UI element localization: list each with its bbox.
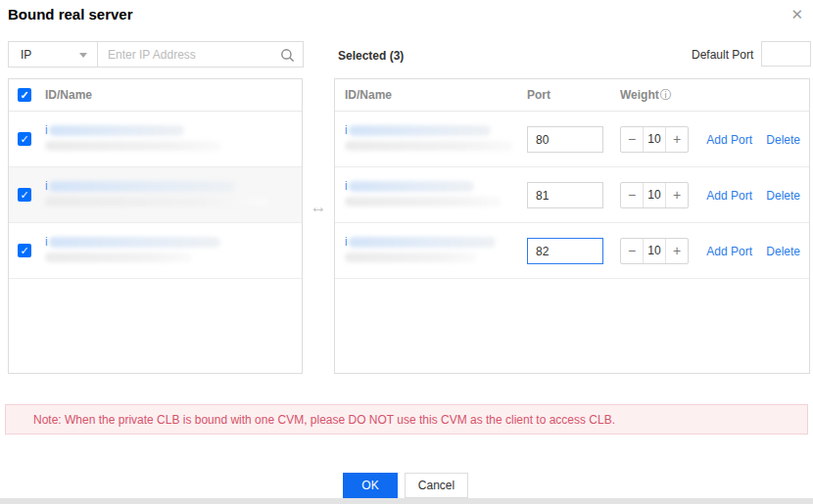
weight-value[interactable]: 10 bbox=[643, 127, 666, 152]
weight-stepper: − 10 + bbox=[620, 238, 689, 264]
close-icon[interactable]: ✕ bbox=[790, 6, 803, 23]
row-checkbox[interactable]: ✓ bbox=[18, 188, 31, 202]
server-id-name: i bbox=[45, 123, 221, 154]
server-id-text: i bbox=[45, 123, 48, 137]
port-input[interactable] bbox=[527, 126, 603, 153]
ip-search-input[interactable] bbox=[98, 42, 303, 67]
redacted-server-id bbox=[49, 237, 220, 248]
redacted-server-id bbox=[49, 181, 235, 192]
ip-search-box bbox=[98, 41, 304, 68]
selected-server-row: i − 10 + Add Port Delete bbox=[335, 167, 809, 223]
dialog-title: Bound real server bbox=[8, 6, 133, 23]
search-icon bbox=[280, 48, 295, 66]
server-id-name: i bbox=[345, 179, 502, 209]
redacted-server-id bbox=[349, 125, 491, 136]
available-servers-table: ✓ ID/Name ✓ i ✓ i ✓ i bbox=[8, 78, 303, 374]
chevron-down-icon bbox=[79, 53, 87, 58]
ok-button[interactable]: OK bbox=[343, 473, 398, 498]
weight-decrease-button[interactable]: − bbox=[621, 127, 643, 152]
weight-stepper: − 10 + bbox=[620, 126, 689, 153]
server-id-name: i bbox=[45, 235, 220, 265]
redacted-server-id bbox=[349, 181, 474, 192]
row-actions: Add Port Delete bbox=[706, 189, 800, 203]
weight-decrease-button[interactable]: − bbox=[621, 183, 643, 207]
default-port-label: Default Port bbox=[692, 48, 753, 62]
weight-increase-button[interactable]: + bbox=[666, 127, 688, 152]
server-id-text: i bbox=[345, 123, 348, 137]
available-server-row[interactable]: ✓ i bbox=[9, 167, 302, 223]
weight-increase-button[interactable]: + bbox=[666, 183, 688, 207]
weight-value[interactable]: 10 bbox=[643, 239, 666, 263]
delete-link[interactable]: Delete bbox=[766, 133, 800, 147]
clb-warning-note: Note: When the private CLB is bound with… bbox=[5, 404, 808, 435]
port-column-header: Port bbox=[527, 88, 550, 102]
row-actions: Add Port Delete bbox=[706, 133, 800, 147]
selected-server-row: i − 10 + Add Port Delete bbox=[335, 223, 809, 279]
delete-link[interactable]: Delete bbox=[766, 245, 800, 258]
redacted-server-name bbox=[345, 197, 502, 206]
available-server-row[interactable]: ✓ i bbox=[9, 112, 302, 167]
add-port-link[interactable]: Add Port bbox=[706, 189, 752, 203]
default-port-input[interactable] bbox=[761, 41, 811, 67]
weight-decrease-button[interactable]: − bbox=[621, 239, 643, 263]
page-background-strip bbox=[0, 498, 813, 504]
redacted-server-id bbox=[49, 125, 184, 136]
server-id-name: i bbox=[345, 123, 513, 154]
search-type-dropdown[interactable]: IP bbox=[8, 41, 98, 68]
weight-info-icon[interactable]: ⓘ bbox=[660, 87, 672, 104]
server-id-text: i bbox=[345, 235, 348, 249]
weight-value[interactable]: 10 bbox=[643, 183, 666, 207]
bound-real-server-dialog: Bound real server ✕ IP ✓ ID/Name ✓ i ✓ bbox=[0, 0, 813, 504]
port-input[interactable] bbox=[527, 238, 603, 264]
selected-servers-table: ID/Name Port Weightⓘ i − 10 + Add Port D… bbox=[334, 78, 810, 374]
row-checkbox[interactable]: ✓ bbox=[18, 244, 31, 257]
redacted-server-name bbox=[45, 141, 221, 151]
weight-stepper: − 10 + bbox=[620, 182, 689, 208]
add-port-link[interactable]: Add Port bbox=[706, 133, 752, 147]
delete-link[interactable]: Delete bbox=[766, 189, 800, 203]
redacted-server-name bbox=[45, 252, 192, 262]
transfer-arrow-icon: ↔ bbox=[303, 198, 334, 217]
available-table-header: ✓ ID/Name bbox=[9, 79, 302, 112]
port-input[interactable] bbox=[527, 182, 603, 208]
redacted-server-name bbox=[345, 141, 513, 151]
selected-table-header: ID/Name Port Weightⓘ bbox=[335, 79, 809, 112]
server-id-name: i bbox=[345, 235, 496, 265]
server-id-text: i bbox=[45, 179, 48, 193]
weight-increase-button[interactable]: + bbox=[666, 239, 688, 263]
selected-count-label: Selected (3) bbox=[338, 49, 404, 63]
server-id-text: i bbox=[45, 235, 48, 249]
row-actions: Add Port Delete bbox=[706, 245, 800, 258]
selected-server-row: i − 10 + Add Port Delete bbox=[335, 112, 809, 167]
search-type-value: IP bbox=[21, 48, 31, 62]
server-id-text: i bbox=[345, 179, 348, 193]
cancel-button[interactable]: Cancel bbox=[405, 473, 468, 498]
server-id-name: i bbox=[45, 179, 268, 209]
id-name-column-header: ID/Name bbox=[345, 88, 392, 102]
note-text: Note: When the private CLB is bound with… bbox=[33, 413, 615, 427]
weight-column-header: Weightⓘ bbox=[620, 87, 672, 104]
row-checkbox[interactable]: ✓ bbox=[18, 132, 31, 146]
add-port-link[interactable]: Add Port bbox=[706, 245, 752, 258]
redacted-server-name bbox=[45, 197, 268, 206]
available-id-name-header: ID/Name bbox=[45, 88, 92, 102]
filter-bar: IP bbox=[8, 41, 304, 68]
redacted-server-name bbox=[345, 252, 477, 262]
select-all-checkbox[interactable]: ✓ bbox=[18, 88, 31, 102]
available-server-row[interactable]: ✓ i bbox=[9, 223, 302, 279]
redacted-server-id bbox=[349, 237, 496, 248]
